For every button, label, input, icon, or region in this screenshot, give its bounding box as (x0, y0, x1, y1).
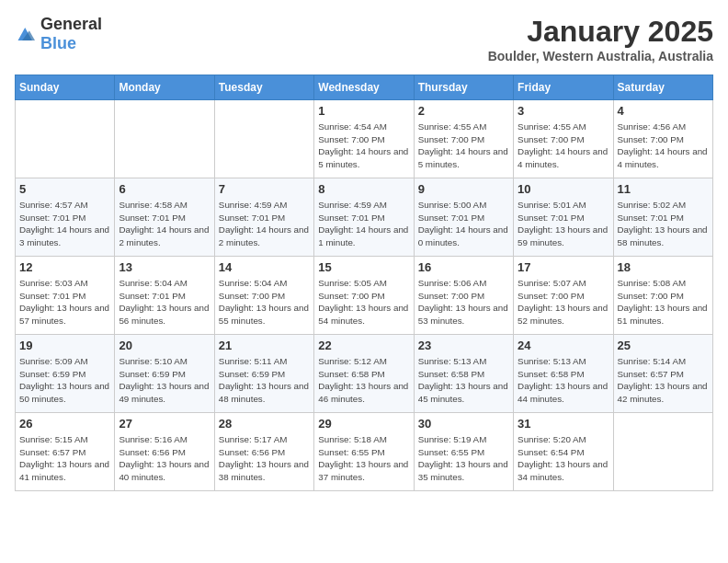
day-number: 6 (119, 182, 210, 196)
day-info: Sunrise: 5:03 AMSunset: 7:01 PMDaylight:… (19, 277, 110, 327)
day-info: Sunrise: 5:14 AMSunset: 6:57 PMDaylight:… (618, 355, 709, 406)
day-number: 19 (19, 339, 110, 352)
calendar-cell: 19Sunrise: 5:09 AMSunset: 6:59 PMDayligh… (16, 335, 115, 413)
day-info: Sunrise: 4:59 AMSunset: 7:01 PMDaylight:… (318, 199, 409, 249)
weekday-header: Tuesday (214, 75, 313, 100)
day-info: Sunrise: 4:57 AMSunset: 7:01 PMDaylight:… (19, 199, 110, 249)
page-header: General Blue January 2025 Boulder, Weste… (15, 15, 713, 63)
calendar-cell: 18Sunrise: 5:08 AMSunset: 7:00 PMDayligh… (613, 257, 712, 335)
calendar-cell (613, 413, 712, 491)
calendar-cell: 4Sunrise: 4:56 AMSunset: 7:00 PMDaylight… (613, 100, 712, 178)
calendar-cell: 20Sunrise: 5:10 AMSunset: 6:59 PMDayligh… (115, 335, 214, 413)
day-number: 13 (119, 260, 210, 274)
day-number: 23 (418, 339, 509, 352)
day-number: 27 (119, 417, 210, 431)
day-info: Sunrise: 5:02 AMSunset: 7:01 PMDaylight:… (618, 199, 709, 249)
day-number: 20 (119, 339, 210, 352)
calendar-cell: 23Sunrise: 5:13 AMSunset: 6:58 PMDayligh… (414, 335, 513, 413)
day-info: Sunrise: 5:12 AMSunset: 6:58 PMDaylight:… (318, 355, 409, 406)
day-number: 10 (518, 182, 609, 196)
calendar-cell: 1Sunrise: 4:54 AMSunset: 7:00 PMDaylight… (314, 100, 414, 178)
calendar-cell: 28Sunrise: 5:17 AMSunset: 6:56 PMDayligh… (214, 413, 313, 491)
calendar-cell: 12Sunrise: 5:03 AMSunset: 7:01 PMDayligh… (16, 257, 115, 335)
weekday-header: Monday (115, 75, 214, 100)
calendar-cell: 30Sunrise: 5:19 AMSunset: 6:55 PMDayligh… (414, 413, 513, 491)
day-number: 7 (219, 182, 310, 196)
day-info: Sunrise: 5:06 AMSunset: 7:00 PMDaylight:… (418, 277, 509, 327)
logo: General Blue (15, 15, 102, 53)
day-info: Sunrise: 5:01 AMSunset: 7:01 PMDaylight:… (518, 199, 609, 249)
day-info: Sunrise: 4:54 AMSunset: 7:00 PMDaylight:… (318, 121, 409, 171)
day-info: Sunrise: 4:55 AMSunset: 7:00 PMDaylight:… (518, 121, 609, 171)
day-number: 17 (518, 260, 609, 274)
day-number: 22 (318, 339, 409, 352)
calendar-cell: 14Sunrise: 5:04 AMSunset: 7:00 PMDayligh… (214, 257, 313, 335)
logo-icon (15, 25, 37, 43)
day-info: Sunrise: 5:11 AMSunset: 6:59 PMDaylight:… (219, 355, 310, 406)
day-number: 14 (219, 260, 310, 274)
calendar-table: SundayMondayTuesdayWednesdayThursdayFrid… (15, 75, 713, 491)
weekday-header: Thursday (414, 75, 513, 100)
day-info: Sunrise: 5:04 AMSunset: 7:00 PMDaylight:… (219, 277, 310, 327)
calendar-week-row: 5Sunrise: 4:57 AMSunset: 7:01 PMDaylight… (16, 178, 713, 257)
calendar-cell (16, 100, 115, 178)
day-info: Sunrise: 4:55 AMSunset: 7:00 PMDaylight:… (418, 121, 509, 171)
logo-blue: Blue (40, 34, 76, 52)
logo-text: General Blue (40, 15, 102, 53)
day-number: 24 (518, 339, 609, 352)
calendar-cell: 25Sunrise: 5:14 AMSunset: 6:57 PMDayligh… (613, 335, 712, 413)
day-number: 16 (418, 260, 509, 274)
day-number: 18 (618, 260, 709, 274)
day-number: 12 (19, 260, 110, 274)
weekday-header: Saturday (613, 75, 712, 100)
day-info: Sunrise: 4:59 AMSunset: 7:01 PMDaylight:… (219, 199, 310, 249)
day-info: Sunrise: 5:19 AMSunset: 6:55 PMDaylight:… (418, 433, 509, 484)
day-info: Sunrise: 4:56 AMSunset: 7:00 PMDaylight:… (618, 121, 709, 171)
calendar-cell: 10Sunrise: 5:01 AMSunset: 7:01 PMDayligh… (514, 178, 613, 257)
day-number: 1 (318, 104, 409, 118)
calendar-cell: 7Sunrise: 4:59 AMSunset: 7:01 PMDaylight… (214, 178, 313, 257)
day-info: Sunrise: 5:20 AMSunset: 6:54 PMDaylight:… (518, 433, 609, 484)
calendar-cell: 2Sunrise: 4:55 AMSunset: 7:00 PMDaylight… (414, 100, 513, 178)
day-number: 4 (618, 104, 709, 118)
calendar-cell: 24Sunrise: 5:13 AMSunset: 6:58 PMDayligh… (514, 335, 613, 413)
calendar-cell: 21Sunrise: 5:11 AMSunset: 6:59 PMDayligh… (214, 335, 313, 413)
day-number: 31 (518, 417, 609, 431)
weekday-header: Wednesday (314, 75, 414, 100)
title-section: January 2025 Boulder, Western Australia,… (488, 15, 713, 63)
calendar-cell: 6Sunrise: 4:58 AMSunset: 7:01 PMDaylight… (115, 178, 214, 257)
day-number: 29 (318, 417, 409, 431)
weekday-header: Friday (514, 75, 613, 100)
day-number: 5 (19, 182, 110, 196)
weekday-header-row: SundayMondayTuesdayWednesdayThursdayFrid… (16, 75, 713, 100)
calendar-cell: 8Sunrise: 4:59 AMSunset: 7:01 PMDaylight… (314, 178, 414, 257)
day-number: 9 (418, 182, 509, 196)
day-number: 15 (318, 260, 409, 274)
month-title: January 2025 (488, 15, 713, 49)
calendar-week-row: 19Sunrise: 5:09 AMSunset: 6:59 PMDayligh… (16, 335, 713, 413)
day-number: 3 (518, 104, 609, 118)
day-number: 8 (318, 182, 409, 196)
day-info: Sunrise: 5:08 AMSunset: 7:00 PMDaylight:… (618, 277, 709, 327)
calendar-cell: 31Sunrise: 5:20 AMSunset: 6:54 PMDayligh… (514, 413, 613, 491)
calendar-cell (214, 100, 313, 178)
day-number: 11 (618, 182, 709, 196)
calendar-cell: 9Sunrise: 5:00 AMSunset: 7:01 PMDaylight… (414, 178, 513, 257)
weekday-header: Sunday (16, 75, 115, 100)
day-number: 26 (19, 417, 110, 431)
location: Boulder, Western Australia, Australia (488, 49, 713, 63)
calendar-cell: 22Sunrise: 5:12 AMSunset: 6:58 PMDayligh… (314, 335, 414, 413)
day-info: Sunrise: 5:09 AMSunset: 6:59 PMDaylight:… (19, 355, 110, 406)
day-info: Sunrise: 5:15 AMSunset: 6:57 PMDaylight:… (19, 433, 110, 484)
calendar-cell: 17Sunrise: 5:07 AMSunset: 7:00 PMDayligh… (514, 257, 613, 335)
calendar-cell: 5Sunrise: 4:57 AMSunset: 7:01 PMDaylight… (16, 178, 115, 257)
logo-general: General (40, 15, 102, 33)
day-info: Sunrise: 4:58 AMSunset: 7:01 PMDaylight:… (119, 199, 210, 249)
calendar-cell: 26Sunrise: 5:15 AMSunset: 6:57 PMDayligh… (16, 413, 115, 491)
day-number: 30 (418, 417, 509, 431)
calendar-cell: 13Sunrise: 5:04 AMSunset: 7:01 PMDayligh… (115, 257, 214, 335)
calendar-cell: 11Sunrise: 5:02 AMSunset: 7:01 PMDayligh… (613, 178, 712, 257)
day-info: Sunrise: 5:18 AMSunset: 6:55 PMDaylight:… (318, 433, 409, 484)
day-info: Sunrise: 5:16 AMSunset: 6:56 PMDaylight:… (119, 433, 210, 484)
calendar-week-row: 26Sunrise: 5:15 AMSunset: 6:57 PMDayligh… (16, 413, 713, 491)
